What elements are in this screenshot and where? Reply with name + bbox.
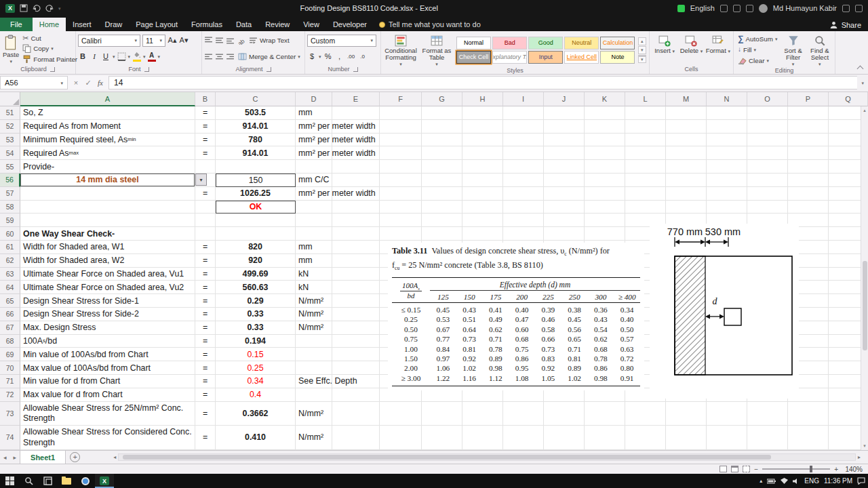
cell-D67[interactable]: N/mm² [296,321,332,335]
font-dialog-launcher[interactable] [144,67,149,72]
cell-F58[interactable] [380,201,422,214]
cell-D74[interactable]: N/mm² [296,426,332,450]
column-header-E[interactable]: E [332,92,380,106]
cell-H59[interactable] [462,214,503,227]
cell-D68[interactable] [296,335,332,348]
cell-A71[interactable]: Min value for d from Chart [20,375,195,388]
row-header-60[interactable]: 60 [0,227,20,241]
start-button[interactable] [0,474,19,488]
borders-button[interactable] [117,52,126,61]
percent-style-button[interactable]: % [323,51,333,62]
cell-C52[interactable]: 914.01 [216,120,296,134]
cell-G59[interactable] [422,214,462,227]
cell-O56[interactable] [747,174,788,187]
cell-B72[interactable]: = [195,388,216,402]
cell-P51[interactable] [788,106,829,120]
cell-L73[interactable] [625,402,666,426]
number-format-combo[interactable]: Custom▾ [307,35,376,47]
cell-style-normal[interactable]: Normal [456,37,491,49]
cell-C57[interactable]: 1026.25 [216,187,296,201]
cell-style-check-cell[interactable]: Check Cell [456,51,491,64]
cell-M53[interactable] [666,134,707,147]
cell-J54[interactable] [544,146,585,160]
cell-A68[interactable]: 100As/bd [20,335,195,348]
cell-C58[interactable]: OK [216,201,296,214]
cell-E63[interactable] [332,268,380,281]
cell-F59[interactable] [380,214,422,227]
cell-D58[interactable] [296,201,332,214]
cell-A51[interactable]: So, Z [20,106,195,120]
format-as-table-button[interactable]: Format as Table ▾ [420,33,454,66]
formula-bar-expand-icon[interactable]: ▾ [857,76,868,89]
tab-draw[interactable]: Draw [98,18,130,31]
column-header-D[interactable]: D [296,92,332,106]
cell-B59[interactable] [195,214,216,227]
cell-P56[interactable] [788,174,829,187]
cell-style-bad[interactable]: Bad [492,37,527,49]
cell-M73[interactable] [666,402,707,426]
name-box[interactable]: A56▾ [0,76,68,89]
select-all-corner[interactable] [0,92,20,106]
shrink-font-button[interactable]: A▾ [179,35,189,46]
cell-G52[interactable] [422,120,462,134]
cell-P73[interactable] [788,402,829,426]
cell-E56[interactable] [332,174,380,187]
find-select-button[interactable]: Find & Select ▾ [808,33,832,66]
cell-J74[interactable] [544,426,585,450]
cell-C73[interactable]: 0.3662 [216,402,296,426]
cell-C67[interactable]: 0.33 [216,321,296,335]
language-label[interactable]: English [690,4,715,12]
column-header-H[interactable]: H [462,92,503,106]
cell-J52[interactable] [544,120,585,134]
cell-O73[interactable] [747,402,788,426]
cell-E73[interactable] [332,402,380,426]
clipboard-dialog-launcher[interactable] [50,67,55,72]
find-select-dropdown-icon[interactable]: ▾ [818,62,821,66]
cell-L51[interactable] [625,106,666,120]
cell-G57[interactable] [422,187,462,201]
cell-J57[interactable] [544,187,585,201]
sheet-tab-sheet1[interactable]: Sheet1 [20,451,66,464]
cell-A56[interactable]: 14 mm dia steel [20,174,195,187]
row-header-74[interactable]: 74 [0,426,20,450]
cell-E59[interactable] [332,214,380,227]
copy-dropdown-icon[interactable]: ▾ [51,46,54,51]
cell-D52[interactable]: mm² per meter width [296,120,332,134]
cell-N55[interactable] [707,160,747,174]
excel-taskbar-icon[interactable]: X [95,474,114,488]
tab-page-layout[interactable]: Page Layout [129,18,184,31]
sheet-nav-left-icon[interactable]: ◂ [0,451,10,464]
cell-J60[interactable] [544,227,585,241]
cell-A73[interactable]: Allowable Shear Stress for 25N/mm² Conc.… [20,402,195,426]
cell-I53[interactable] [503,134,544,147]
cell-L54[interactable] [625,146,666,160]
fill-dropdown-icon[interactable]: ▾ [754,47,757,52]
cell-O51[interactable] [747,106,788,120]
zoom-slider[interactable] [762,468,830,470]
tray-chevron-icon[interactable]: ▴ [760,478,762,484]
cell-E66[interactable] [332,308,380,321]
cell-E51[interactable] [332,106,380,120]
column-header-Q[interactable]: Q [829,92,868,106]
number-dialog-launcher[interactable] [353,67,358,72]
row-header-63[interactable]: 63 [0,268,20,281]
cell-J73[interactable] [544,402,585,426]
cell-I60[interactable] [503,227,544,241]
align-top-icon[interactable] [204,36,213,45]
row-header-62[interactable]: 62 [0,254,20,268]
insert-function-icon[interactable]: fx [95,79,106,87]
cell-style-good[interactable]: Good [528,37,563,49]
column-header-P[interactable]: P [788,92,829,106]
wrap-text-button[interactable]: Wrap Text [248,35,291,45]
cell-D55[interactable] [296,160,332,174]
column-header-J[interactable]: J [544,92,585,106]
cell-P58[interactable] [788,201,829,214]
cell-F57[interactable] [380,187,422,201]
cell-F56[interactable] [380,174,422,187]
grow-font-button[interactable]: A▴ [167,35,177,46]
cell-L58[interactable] [625,201,666,214]
sort-filter-dropdown-icon[interactable]: ▾ [792,62,795,66]
row-header-53[interactable]: 53 [0,134,20,147]
cell-J55[interactable] [544,160,585,174]
cell-K74[interactable] [585,426,625,450]
